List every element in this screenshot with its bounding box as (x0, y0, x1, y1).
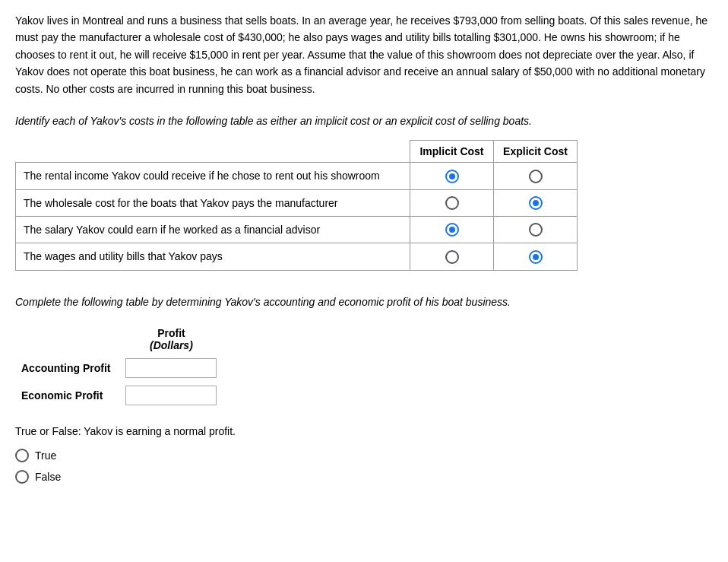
implicit-radio-cell[interactable] (410, 189, 494, 216)
economic-profit-input[interactable] (125, 386, 217, 405)
implicit-radio[interactable] (445, 250, 459, 264)
profit-row-label: Accounting Profit (15, 354, 119, 382)
tf-label-false: False (35, 471, 61, 483)
cost-row-label: The salary Yakov could earn if he worked… (16, 216, 410, 243)
profit-table: Profit (Dollars) Accounting ProfitEconom… (15, 324, 223, 409)
cost-row-label: The rental income Yakov could receive if… (16, 163, 410, 189)
implicit-radio[interactable] (445, 223, 459, 237)
explicit-radio[interactable] (529, 196, 543, 210)
explicit-radio[interactable] (529, 250, 543, 264)
profit-input-cell (119, 354, 223, 382)
implicit-cost-header: Implicit Cost (410, 141, 494, 163)
true-false-section: True or False: Yakov is earning a normal… (15, 423, 713, 484)
profit-instruction: Complete the following table by determin… (15, 294, 713, 310)
tf-radio-true[interactable] (15, 449, 29, 462)
profit-table-row: Accounting Profit (15, 354, 223, 382)
cost-table-row: The wholesale cost for the boats that Ya… (16, 189, 578, 216)
implicit-radio-cell[interactable] (410, 163, 494, 189)
explicit-radio[interactable] (529, 223, 543, 237)
empty-header (16, 141, 410, 163)
cost-table: Implicit Cost Explicit Cost The rental i… (15, 140, 578, 270)
tf-question: True or False: Yakov is earning a normal… (15, 423, 713, 440)
accounting-profit-input[interactable] (125, 358, 217, 378)
profit-row-label: Economic Profit (15, 382, 119, 409)
cost-table-row: The rental income Yakov could receive if… (16, 163, 578, 189)
cost-row-label: The wholesale cost for the boats that Ya… (16, 189, 410, 216)
explicit-radio-cell[interactable] (494, 243, 578, 270)
implicit-radio-cell[interactable] (410, 216, 494, 243)
profit-input-cell (119, 382, 223, 409)
profit-empty-header (15, 324, 119, 354)
implicit-radio-cell[interactable] (410, 243, 494, 270)
implicit-radio[interactable] (445, 196, 459, 210)
intro-paragraph: Yakov lives in Montreal and runs a busin… (15, 12, 713, 97)
tf-option-false[interactable]: False (15, 470, 713, 484)
profit-col-header: Profit (Dollars) (119, 324, 223, 354)
explicit-radio-cell[interactable] (494, 216, 578, 243)
explicit-cost-header: Explicit Cost (494, 141, 578, 163)
explicit-radio-cell[interactable] (494, 189, 578, 216)
explicit-radio-cell[interactable] (494, 163, 578, 189)
explicit-radio[interactable] (529, 170, 543, 183)
profit-table-row: Economic Profit (15, 382, 223, 409)
cost-table-row: The wages and utility bills that Yakov p… (16, 243, 578, 270)
implicit-radio[interactable] (445, 170, 459, 183)
tf-label-true: True (35, 449, 56, 462)
table-instruction: Identify each of Yakov's costs in the fo… (15, 113, 713, 129)
cost-row-label: The wages and utility bills that Yakov p… (16, 243, 410, 270)
cost-table-row: The salary Yakov could earn if he worked… (16, 216, 578, 243)
tf-radio-false[interactable] (15, 470, 29, 484)
tf-option-true[interactable]: True (15, 449, 713, 462)
